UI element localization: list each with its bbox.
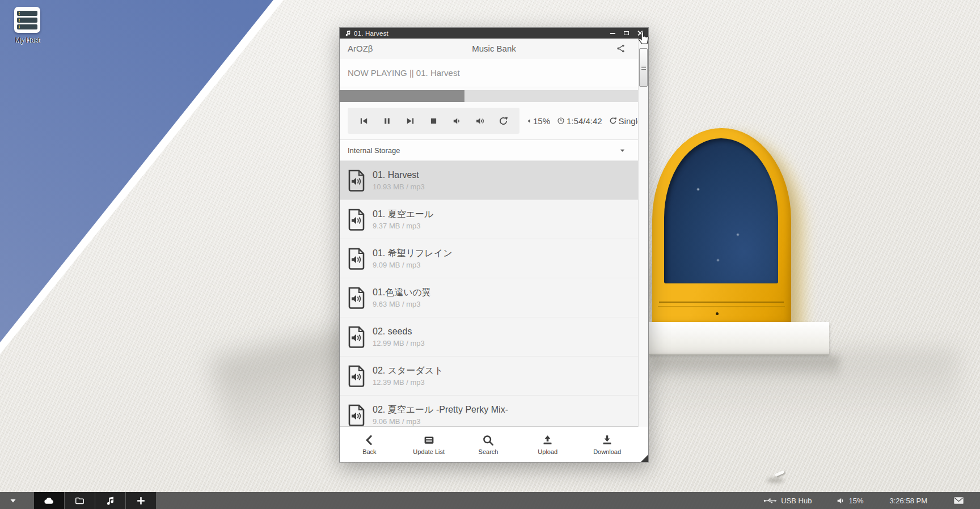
volume-readout: 15%	[526, 116, 550, 126]
search-button[interactable]: Search	[459, 434, 518, 455]
server-icon	[14, 7, 40, 33]
audio-file-icon	[348, 209, 365, 231]
seek-bar[interactable]	[340, 90, 648, 102]
reload-button[interactable]	[492, 109, 515, 132]
taskbar-usb-status[interactable]: USB Hub	[763, 497, 812, 505]
track-meta: 10.93 MB / mp3	[373, 183, 425, 191]
window-resize-handle[interactable]	[641, 455, 648, 462]
pause-icon	[382, 116, 392, 126]
back-button[interactable]: Back	[340, 434, 399, 455]
frame-groove	[659, 302, 784, 303]
server-slat	[17, 18, 37, 23]
download-button[interactable]: Download	[577, 434, 637, 455]
app-title: Music Bank	[340, 44, 648, 53]
transport-controls	[348, 108, 519, 134]
taskbar-mail-button[interactable]	[953, 497, 964, 504]
music-note-icon	[344, 29, 352, 37]
volume-up-icon	[475, 116, 485, 126]
taskbar-volume-status[interactable]: 15%	[837, 497, 863, 505]
storage-selector[interactable]: Internal Storage	[340, 139, 648, 161]
skip-previous-icon	[359, 116, 369, 126]
volume-indicator-icon	[526, 118, 531, 124]
back-chevron-icon	[364, 434, 375, 446]
upload-button[interactable]: Upload	[518, 434, 577, 455]
track-meta: 9.06 MB / mp3	[373, 417, 508, 426]
track-meta: 12.99 MB / mp3	[373, 339, 425, 347]
scrollbar-thumb[interactable]	[639, 48, 648, 87]
track-title: 01. 希望リフレイン	[373, 248, 453, 259]
download-label: Download	[593, 448, 621, 455]
storage-selected-value: Internal Storage	[348, 146, 400, 155]
aroz-brand-menu[interactable]: ArOZβ	[348, 44, 373, 53]
update-list-label: Update List	[413, 448, 445, 455]
window-scrollbar[interactable]	[638, 39, 648, 427]
volume-down-icon	[452, 116, 462, 126]
time-value: 1:54/4:42	[567, 116, 602, 126]
chevron-down-icon	[10, 498, 16, 503]
track-title: 02. seeds	[373, 326, 425, 337]
playlist-item[interactable]: 01. Harvest 10.93 MB / mp3	[340, 161, 648, 200]
app-footer: Back Update List Search Upload Download	[340, 426, 648, 462]
skip-next-icon	[405, 116, 415, 126]
playlist-item[interactable]: 01. 夏空エール 9.37 MB / mp3	[340, 200, 648, 239]
close-button[interactable]	[635, 29, 645, 37]
upload-label: Upload	[538, 448, 557, 455]
desktop-icon-label: My Host	[6, 36, 49, 44]
time-readout: 1:54/4:42	[557, 116, 602, 126]
playlist-item[interactable]: 01. 希望リフレイン 9.09 MB / mp3	[340, 239, 648, 278]
minimize-button[interactable]	[607, 29, 618, 37]
track-meta: 12.39 MB / mp3	[373, 378, 443, 387]
window-titlebar[interactable]: 01. Harvest	[340, 28, 648, 39]
window-ledge	[649, 322, 829, 355]
playlist-item[interactable]: 01.色違いの翼 9.63 MB / mp3	[340, 278, 648, 317]
taskbar-app-cloud[interactable]	[34, 492, 64, 509]
repeat-mode-icon	[609, 117, 617, 125]
playlist-item[interactable]: 02. 夏空エール -Pretty Perky Mix- 9.06 MB / m…	[340, 396, 648, 426]
audio-file-icon	[348, 287, 365, 309]
track-meta: 9.37 MB / mp3	[373, 222, 433, 230]
maximize-button[interactable]	[621, 29, 631, 37]
stop-button[interactable]	[422, 109, 445, 132]
window-body: ArOZβ Music Bank NOW PLAYING || 01. Harv…	[340, 39, 648, 462]
volume-down-button[interactable]	[445, 109, 468, 132]
desktop-icon-my-host[interactable]: My Host	[6, 7, 49, 44]
seek-bar-fill	[340, 90, 464, 102]
audio-file-icon	[348, 326, 365, 348]
volume-up-button[interactable]	[468, 109, 492, 132]
taskbar-app-add[interactable]	[126, 492, 156, 509]
share-icon[interactable]	[616, 44, 626, 53]
audio-file-icon	[348, 169, 365, 192]
server-slat	[17, 11, 37, 16]
taskbar-app-music[interactable]	[95, 492, 125, 509]
taskbar-volume-value: 15%	[848, 497, 863, 505]
track-title: 02. 夏空エール -Pretty Perky Mix-	[373, 404, 508, 415]
server-slat	[17, 24, 37, 29]
taskbar-hide-button[interactable]	[0, 498, 26, 503]
taskbar: USB Hub 15% 3:26:58 PM	[0, 492, 980, 509]
window-title: 01. Harvest	[354, 30, 604, 37]
cloud-icon	[44, 495, 54, 506]
skip-next-button[interactable]	[399, 109, 422, 132]
update-list-icon	[423, 434, 435, 446]
skip-previous-button[interactable]	[352, 109, 375, 132]
taskbar-app-files[interactable]	[65, 492, 95, 509]
volume-value: 15%	[533, 116, 550, 126]
pause-button[interactable]	[375, 109, 399, 132]
track-title: 01. Harvest	[373, 169, 425, 181]
repeat-mode[interactable]: Single	[609, 116, 643, 126]
clock-value: 3:26:58 PM	[890, 497, 928, 505]
track-title: 01. 夏空エール	[373, 209, 433, 220]
audio-file-icon	[348, 404, 365, 426]
audio-file-icon	[348, 248, 365, 270]
taskbar-clock: 3:26:58 PM	[890, 497, 928, 505]
playlist-item[interactable]: 02. スターダスト 12.39 MB / mp3	[340, 357, 648, 396]
track-meta: 9.63 MB / mp3	[373, 300, 431, 308]
playlist-item[interactable]: 02. seeds 12.99 MB / mp3	[340, 317, 648, 357]
update-list-button[interactable]: Update List	[399, 434, 459, 455]
music-note-icon	[105, 495, 116, 506]
folder-icon	[74, 495, 85, 506]
clock-icon	[557, 117, 565, 125]
mail-icon	[953, 497, 964, 504]
app-header: ArOZβ Music Bank	[340, 39, 648, 58]
search-label: Search	[479, 448, 499, 455]
